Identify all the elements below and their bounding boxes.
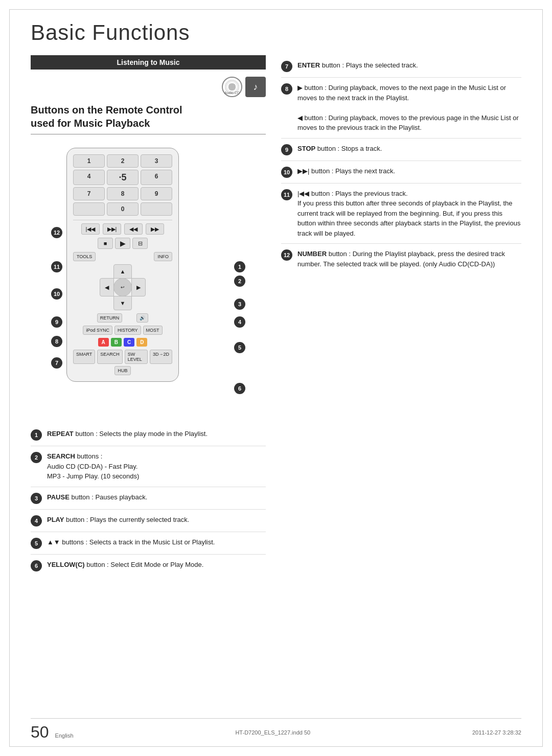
btn-prev-track: |◀◀: [81, 223, 100, 235]
btn-ipod-sync: iPod SYNC: [83, 326, 112, 335]
item-4-text: PLAY button : Plays the currently select…: [47, 515, 189, 525]
btn-7: 7: [73, 187, 105, 200]
item-1-label: REPEAT: [47, 430, 74, 438]
btn-smart: SMART: [73, 350, 95, 364]
btn-color-d: D: [136, 338, 147, 347]
footer-right: 2011-12-27 3:28:32: [472, 729, 521, 736]
item-3-row: 3 PAUSE button : Pauses playback.: [31, 487, 266, 510]
page-footer: 50 English HT-D7200_ELS_1227.indd 50 201…: [31, 718, 521, 742]
callout-12: 12: [51, 227, 62, 238]
btn-color-b: B: [111, 338, 122, 347]
btn-return: RETURN: [97, 313, 123, 323]
item-6-row: 6 YELLOW(C) button : Select Edit Mode or…: [31, 555, 266, 577]
remote-diagram: 12 11 10 9 8 7 1 2 3 4 5 6 1: [41, 143, 256, 414]
right-item-9-num: 9: [281, 144, 292, 155]
item-4-num: 4: [31, 515, 42, 526]
item-5-num: 5: [31, 538, 42, 549]
btn-1: 1: [73, 154, 105, 168]
btn-play: ▶: [115, 238, 130, 249]
item-6-label: YELLOW(C): [47, 561, 85, 568]
callout-9: 9: [51, 316, 62, 328]
btn-next-track: ▶▶|: [103, 223, 121, 235]
right-column: 7 ENTER button : Plays the selected trac…: [281, 55, 521, 577]
right-item-7-row: 7 ENTER button : Plays the selected trac…: [281, 55, 521, 78]
item-2-num: 2: [31, 452, 42, 463]
nav-transport-row: |◀◀ ▶▶| ◀◀ ▶▶: [73, 223, 172, 235]
right-item-12-num: 12: [281, 249, 292, 261]
btn-9: 9: [141, 187, 172, 200]
item-3-num: 3: [31, 493, 42, 504]
page-number: 50: [31, 723, 49, 742]
btn-history: HISTORY: [114, 326, 141, 335]
section-header: Listening to Music: [31, 55, 266, 70]
btn-3d-2d: 3D→2D: [150, 350, 172, 364]
page-title: Basic Functions: [31, 20, 521, 45]
callout-6: 6: [234, 383, 245, 394]
tools-info-row: TOOLS INFO: [73, 252, 172, 261]
right-item-10-text: ▶▶| button : Plays the next track.: [297, 166, 395, 176]
mp3-wma-icon: ♪: [245, 77, 266, 97]
callout-10: 10: [51, 288, 62, 300]
media-icons-row: Audio CD ♪: [31, 77, 266, 97]
item-5-row: 5 ▲▼ buttons : Selects a track in the Mu…: [31, 532, 266, 555]
right-item-12-label: NUMBER: [297, 250, 327, 258]
dpad: ▲ ▼ ◀ ▶ ↩: [100, 264, 146, 310]
btn-3: 3: [141, 154, 172, 168]
right-item-7-num: 7: [281, 61, 292, 72]
right-item-7-text: ENTER button : Plays the selected track.: [297, 60, 418, 71]
right-item-11-num: 11: [281, 189, 292, 200]
item-6-num: 6: [31, 560, 42, 571]
btn-info: INFO: [154, 252, 172, 261]
right-item-12-text: NUMBER button : During the Playlist play…: [297, 249, 521, 269]
btn-0: 0: [107, 202, 139, 216]
btn-stop: ■: [98, 238, 113, 249]
btn-color-a: A: [98, 338, 109, 347]
right-item-9-text: STOP button : Stops a track.: [297, 144, 382, 154]
dpad-enter: ↩: [113, 278, 132, 296]
btn-2: 2: [107, 154, 139, 168]
btn-4: 4: [73, 170, 105, 185]
right-item-7-label: ENTER: [297, 61, 320, 69]
item-2-text: SEARCH buttons : Audio CD (CD-DA) - Fast…: [47, 451, 139, 482]
btn-forward: ▶▶: [146, 223, 164, 235]
return-row: RETURN 🔊: [73, 313, 172, 323]
color-buttons-row: A B C D: [73, 338, 172, 347]
right-item-11-text: |◀◀ button : Plays the previous track. I…: [297, 189, 521, 239]
item-1-num: 1: [31, 429, 42, 441]
page-number-row: 50 English: [31, 723, 74, 742]
footer-left: HT-D7200_ELS_1227.indd 50: [235, 729, 310, 736]
page-language: English: [55, 732, 74, 739]
hub-row: HUB: [73, 366, 172, 375]
btn-search: SEARCH: [97, 350, 123, 364]
callout-8: 8: [51, 336, 62, 347]
btn-most: MOST: [143, 326, 163, 335]
item-1-desc: button : Selects the play mode in the Pl…: [74, 430, 208, 438]
dpad-right: ▶: [131, 278, 146, 296]
btn-6: 6: [141, 170, 172, 185]
audio-cd-icon: Audio CD: [222, 77, 242, 97]
btn-empty-left: [73, 202, 105, 216]
right-item-8-text: ▶ button : During playback, moves to the…: [297, 83, 521, 133]
right-item-8-row: 8 ▶ button : During playback, moves to t…: [281, 78, 521, 139]
item-1-row: 1 REPEAT button : Selects the play mode …: [31, 424, 266, 446]
btn-pause: ⊟: [132, 238, 148, 249]
item-5-label: ▲▼: [47, 538, 60, 546]
item-3-text: PAUSE button : Pauses playback.: [47, 492, 147, 502]
item-5-text: ▲▼ buttons : Selects a track in the Musi…: [47, 537, 215, 547]
btn-hub: HUB: [114, 366, 130, 375]
sync-row: iPod SYNC HISTORY MOST: [73, 326, 172, 335]
btn-tools: TOOLS: [73, 252, 96, 261]
btn-volume: 🔊: [136, 313, 148, 323]
item-1-text: REPEAT button : Selects the play mode in…: [47, 429, 208, 439]
btn-rewind: ◀◀: [124, 223, 143, 235]
dpad-down: ▼: [113, 296, 132, 310]
item-2-label: SEARCH: [47, 452, 75, 460]
btn-empty-right: [141, 202, 172, 216]
left-column: Listening to Music Audio CD ♪ Buttons on…: [31, 55, 266, 577]
btn-5: ·5: [107, 170, 139, 185]
callout-11: 11: [51, 261, 62, 272]
left-items-section: 1 REPEAT button : Selects the play mode …: [31, 424, 266, 577]
right-item-10-num: 10: [281, 167, 292, 178]
btn-color-c: C: [124, 338, 134, 347]
remote-body: 1 2 3 4 ·5 6 7 8 9 0: [66, 148, 281, 382]
